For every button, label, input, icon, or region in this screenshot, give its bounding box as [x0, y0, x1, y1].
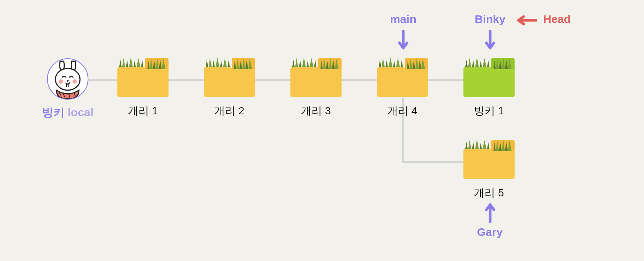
branch-label-binky: Binky	[475, 13, 506, 26]
user-label: 빙키 local	[39, 105, 96, 120]
commit-label: 개리 2	[203, 104, 256, 118]
commit-node: 개리 5	[463, 138, 515, 200]
user-sub: local	[68, 106, 93, 118]
branch-label-main: main	[390, 13, 416, 26]
commit-node: 개리 1	[117, 56, 169, 118]
svg-point-1	[55, 68, 80, 90]
commit-label: 개리 1	[117, 104, 169, 118]
commit-node: 개리 4	[376, 56, 429, 118]
folder-icon	[463, 138, 515, 180]
commit-label: 빙키 1	[463, 104, 515, 118]
arrow-down-icon	[398, 30, 409, 50]
svg-point-3	[73, 79, 77, 84]
commit-label: 개리 5	[463, 186, 515, 200]
head-label: Head	[543, 13, 571, 26]
arrow-down-icon	[485, 30, 495, 50]
user-name: 빙키	[42, 106, 65, 118]
folder-icon	[117, 56, 169, 98]
commit-node: 개리 2	[203, 56, 256, 118]
commit-label: 개리 3	[290, 104, 342, 118]
commit-label: 개리 4	[376, 104, 429, 118]
folder-icon	[463, 56, 515, 98]
arrow-up-icon	[485, 203, 495, 223]
folder-icon	[203, 56, 256, 98]
commit-node: 빙키 1	[463, 56, 515, 118]
branch-label-gary: Gary	[477, 226, 503, 238]
svg-point-2	[59, 79, 63, 84]
avatar-icon	[47, 58, 88, 100]
user-node: 빙키 local	[39, 58, 96, 120]
diagram-canvas: 빙키 local 개리 1	[0, 0, 644, 261]
svg-point-4	[67, 80, 69, 82]
arrow-left-icon	[516, 15, 537, 26]
folder-icon	[376, 56, 429, 98]
folder-icon	[290, 56, 342, 98]
commit-node: 개리 3	[290, 56, 342, 118]
